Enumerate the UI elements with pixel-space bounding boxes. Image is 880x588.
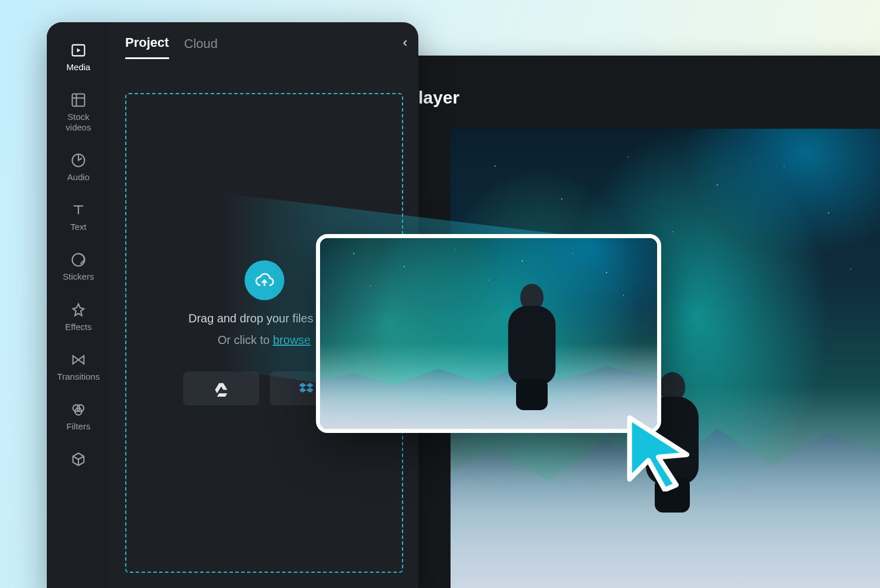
sidebar-item-filters[interactable]: Filters (47, 398, 110, 435)
effects-star-icon (70, 302, 87, 318)
sidebar-item-label: Text (70, 222, 87, 232)
sidebar-item-label: Filters (67, 421, 91, 431)
cube-icon (70, 451, 87, 467)
cloud-upload-icon (255, 270, 274, 290)
google-drive-icon (213, 380, 229, 397)
audio-disc-icon (70, 152, 87, 169)
dropzone-line2-prefix: Or click to (218, 333, 273, 346)
tab-cloud[interactable]: Cloud (184, 36, 218, 59)
sidebar-item-stock-videos[interactable]: Stock videos (47, 88, 110, 136)
tab-project[interactable]: Project (125, 35, 169, 59)
sidebar-item-effects[interactable]: Effects (47, 298, 110, 335)
sidebar-item-label: Effects (65, 322, 92, 332)
upload-button[interactable] (245, 260, 284, 300)
sidebar-item-label: Audio (67, 172, 90, 182)
sidebar-item-transitions[interactable]: Transitions (47, 348, 110, 385)
sidebar-item-more[interactable] (47, 448, 110, 471)
sidebar-item-label: Transitions (57, 372, 100, 381)
sidebar-item-audio[interactable]: Audio (47, 149, 110, 185)
sidebar-item-label: Stickers (63, 271, 94, 281)
transitions-bowtie-icon (70, 352, 87, 368)
dropbox-icon (300, 380, 316, 397)
filters-venn-icon (70, 401, 87, 418)
sidebar-item-label: Media (67, 62, 91, 72)
panel-header: Project Cloud ‹‹ (125, 35, 403, 66)
sidebar: Media Stock videos Audio Text Stickers E… (47, 22, 110, 588)
drag-thumbnail[interactable] (316, 234, 661, 433)
google-drive-button[interactable] (183, 372, 259, 405)
sidebar-item-media[interactable]: Media (47, 39, 110, 75)
dropzone-line2: Or click to browse (218, 333, 311, 347)
stock-grid-icon (70, 92, 87, 108)
sidebar-item-text[interactable]: Text (47, 198, 110, 235)
text-t-icon (70, 202, 87, 218)
sidebar-item-stickers[interactable]: Stickers (47, 248, 110, 285)
media-play-icon (70, 42, 87, 59)
sidebar-item-label: Stock videos (66, 112, 91, 132)
sticker-circle-icon (70, 252, 87, 268)
browse-link[interactable]: browse (273, 333, 310, 346)
svg-rect-1 (73, 94, 85, 106)
aurora-figure (508, 284, 555, 410)
